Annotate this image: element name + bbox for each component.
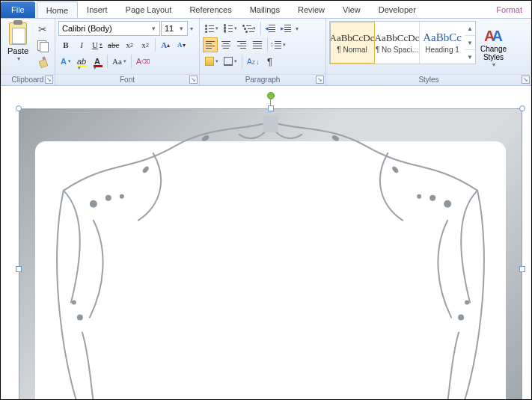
paragraph-launcher[interactable] (316, 76, 324, 84)
tab-home[interactable]: Home (37, 1, 78, 18)
text-effects-button[interactable]: A (58, 54, 73, 69)
tab-mailings[interactable]: Mailings (241, 1, 289, 18)
font-launcher[interactable] (189, 76, 198, 84)
group-clipboard: Paste ▾ ✂ Clipboard (1, 19, 55, 85)
bold-button[interactable]: B (58, 37, 73, 52)
justify-icon (253, 41, 262, 49)
paste-icon (9, 22, 27, 45)
gallery-down[interactable]: ▼ (465, 35, 475, 49)
align-left-icon (206, 41, 215, 49)
paste-button[interactable]: Paste ▾ (4, 20, 32, 70)
rotation-stem (270, 99, 271, 105)
scissors-icon: ✂ (38, 23, 47, 35)
subscript-button[interactable]: x2 (122, 37, 137, 52)
italic-button[interactable]: I (74, 37, 89, 52)
borders-button[interactable] (221, 54, 239, 69)
change-styles-label: Change Styles (480, 45, 507, 61)
style-preview: AaBbCcDc (375, 32, 420, 44)
style-preview: AaBbCc (423, 31, 462, 44)
clear-formatting-button[interactable]: A⌫ (134, 54, 152, 69)
rotation-handle[interactable] (267, 92, 275, 99)
tab-view[interactable]: View (334, 1, 370, 18)
style-preview: AaBbCcDc (330, 32, 375, 44)
group-font: Calibri (Body)▾ 11▾ ▾ B I U abc x2 x2 A▴… (55, 19, 200, 85)
tab-references[interactable]: References (180, 1, 240, 18)
paint-bucket-icon (205, 57, 214, 66)
bullets-icon (205, 25, 214, 32)
decrease-indent-button[interactable] (263, 21, 278, 36)
group-styles: AaBbCcDc ¶ Normal AaBbCcDc ¶ No Spaci...… (326, 19, 531, 85)
grow-font-button[interactable]: A▴ (158, 37, 173, 52)
borders-icon (224, 57, 233, 66)
pilcrow-icon: ¶ (267, 56, 272, 67)
numbering-button[interactable] (221, 21, 239, 36)
font-name-value: Calibri (Body) (62, 24, 149, 33)
chevron-down-icon: ▾ (492, 61, 495, 68)
chevron-down-icon: ▾ (149, 25, 158, 32)
change-styles-button[interactable]: AA Change Styles ▾ (479, 21, 508, 74)
chevron-down-icon: ▾ (17, 55, 20, 62)
tab-review[interactable]: Review (289, 1, 334, 18)
selected-picture[interactable] (19, 108, 522, 399)
align-center-icon (221, 41, 230, 49)
style-normal[interactable]: AaBbCcDc ¶ Normal (330, 22, 375, 64)
copy-button[interactable] (35, 38, 50, 53)
superscript-button[interactable]: x2 (138, 37, 153, 52)
tab-page-layout[interactable]: Page Layout (117, 1, 181, 18)
font-color-button[interactable]: A (90, 54, 105, 69)
group-label-styles: Styles (326, 74, 531, 85)
multilevel-button[interactable] (240, 21, 258, 36)
paste-label: Paste (7, 46, 28, 55)
document-canvas[interactable] (1, 86, 531, 399)
resize-handle-nw[interactable] (16, 105, 22, 111)
format-painter-button[interactable] (35, 55, 50, 70)
resize-handle-e[interactable] (519, 266, 525, 272)
chevron-down-icon: ▾ (296, 25, 299, 32)
sort-button[interactable]: AZ (245, 54, 261, 69)
style-name: ¶ No Spaci... (376, 46, 418, 54)
shrink-font-button[interactable]: A▾ (174, 37, 189, 52)
align-right-icon (237, 41, 246, 49)
font-size-combo[interactable]: 11▾ (161, 21, 188, 36)
gallery-scroller: ▲ ▼ ▼ (465, 22, 475, 64)
tab-insert[interactable]: Insert (78, 1, 117, 18)
gallery-more[interactable]: ▼ (465, 49, 475, 64)
line-spacing-icon (272, 40, 281, 49)
style-no-spacing[interactable]: AaBbCcDc ¶ No Spaci... (375, 22, 420, 64)
show-marks-button[interactable]: ¶ (262, 54, 277, 69)
increase-indent-button[interactable] (279, 21, 294, 36)
font-name-combo[interactable]: Calibri (Body)▾ (58, 21, 160, 36)
resize-handle-ne[interactable] (519, 105, 525, 111)
strikethrough-button[interactable]: abc (106, 37, 121, 52)
line-spacing-button[interactable] (270, 37, 288, 52)
numbering-icon (224, 25, 233, 32)
sort-icon: AZ (247, 58, 259, 66)
selection-outline (19, 108, 522, 399)
cut-button[interactable]: ✂ (35, 22, 50, 37)
align-left-button[interactable] (203, 37, 218, 52)
clipboard-launcher[interactable] (45, 76, 53, 84)
align-center-button[interactable] (218, 37, 233, 52)
outdent-icon (266, 25, 275, 32)
tab-format[interactable]: Format (487, 1, 531, 18)
style-heading1[interactable]: AaBbCc Heading 1 (420, 22, 465, 64)
resize-handle-n[interactable] (268, 105, 274, 111)
ribbon-tabstrip: File Home Insert Page Layout References … (1, 1, 531, 19)
underline-button[interactable]: U (90, 37, 105, 52)
align-right-button[interactable] (234, 37, 249, 52)
gallery-up[interactable]: ▲ (465, 22, 475, 35)
resize-handle-w[interactable] (16, 266, 22, 272)
change-case-button[interactable]: Aa (110, 54, 129, 69)
styles-launcher[interactable] (522, 76, 530, 84)
multilevel-icon (242, 25, 251, 32)
separator (131, 55, 132, 68)
brush-icon (37, 57, 48, 67)
tab-file[interactable]: File (1, 1, 35, 18)
justify-button[interactable] (250, 37, 265, 52)
shading-button[interactable] (203, 54, 221, 69)
bullets-button[interactable] (203, 21, 221, 36)
separator (107, 55, 108, 68)
highlight-button[interactable]: ab (74, 54, 89, 69)
separator (242, 55, 242, 68)
tab-developer[interactable]: Developer (370, 1, 425, 18)
